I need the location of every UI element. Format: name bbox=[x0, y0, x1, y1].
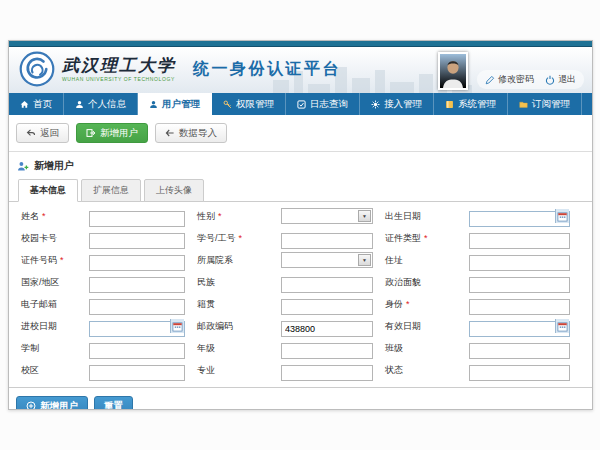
country-region-input[interactable] bbox=[89, 277, 185, 293]
field-education-system bbox=[89, 340, 185, 359]
grade-input[interactable] bbox=[281, 343, 373, 359]
status-input[interactable] bbox=[469, 365, 570, 381]
back-button[interactable]: 返回 bbox=[16, 123, 69, 143]
field-ethnicity bbox=[281, 274, 373, 293]
key-icon bbox=[223, 100, 232, 109]
field-valid-date bbox=[469, 318, 570, 337]
email-input[interactable] bbox=[89, 299, 185, 315]
label-country-region: 国家/地区 bbox=[21, 274, 77, 293]
change-password-button[interactable]: 修改密码 bbox=[485, 73, 534, 86]
change-password-label: 修改密码 bbox=[498, 73, 534, 86]
log-check-icon bbox=[297, 100, 306, 109]
label-class: 班级 bbox=[385, 340, 457, 359]
required-asterisk: * bbox=[239, 233, 243, 243]
label-entry-date: 进校日期 bbox=[21, 318, 77, 337]
label-name: 姓名* bbox=[21, 208, 77, 227]
label-address: 住址 bbox=[385, 252, 457, 271]
plus-circle-icon bbox=[26, 401, 36, 410]
nav-item-label: 日志查询 bbox=[310, 98, 348, 111]
field-birth-date bbox=[469, 208, 570, 227]
home-icon bbox=[20, 100, 29, 109]
header: 武汉理工大学 WUHAN UNIVERSITY OF TECHNOLOGY 统一… bbox=[9, 47, 592, 93]
nav-item-access-mgmt[interactable]: 接入管理 bbox=[360, 93, 434, 115]
add-user-toolbar-button[interactable]: 新增用户 bbox=[76, 123, 148, 143]
label-identity: 身份* bbox=[385, 296, 457, 315]
field-student-worker-id bbox=[281, 230, 373, 249]
field-id-type bbox=[469, 230, 570, 249]
field-campus-card-no bbox=[89, 230, 185, 249]
name-input[interactable] bbox=[89, 211, 185, 227]
field-country-region bbox=[89, 274, 185, 293]
campus-card-no-input[interactable] bbox=[89, 233, 185, 249]
nav-item-home[interactable]: 首页 bbox=[9, 93, 64, 115]
nav-item-permission-mgmt[interactable]: 权限管理 bbox=[212, 93, 286, 115]
content-area: 返回 新增用户 数据导入 新增用户 基本信息扩展信息上传头像 姓名*性别*▼出生… bbox=[9, 115, 592, 410]
nav-item-label: 首页 bbox=[33, 98, 52, 111]
nav-item-label: 订阅管理 bbox=[532, 98, 570, 111]
app-window: 武汉理工大学 WUHAN UNIVERSITY OF TECHNOLOGY 统一… bbox=[8, 40, 593, 410]
required-asterisk: * bbox=[60, 255, 64, 265]
label-campus-card-no: 校园卡号 bbox=[21, 230, 77, 249]
label-id-type: 证件类型* bbox=[385, 230, 457, 249]
label-political-status: 政治面貌 bbox=[385, 274, 457, 293]
label-ethnicity: 民族 bbox=[197, 274, 269, 293]
user-form: 姓名*性别*▼出生日期校园卡号学号/工号*证件类型*证件号码*所属院系▼住址国家… bbox=[21, 208, 570, 381]
student-worker-id-input[interactable] bbox=[281, 233, 373, 249]
nav-item-system-mgmt[interactable]: 系统管理 bbox=[434, 93, 508, 115]
label-grade: 年级 bbox=[197, 340, 269, 359]
logout-button[interactable]: 退出 bbox=[545, 73, 576, 86]
reset-button[interactable]: 重置 bbox=[94, 396, 133, 410]
postal-code-input[interactable] bbox=[281, 321, 373, 337]
university-name-en: WUHAN UNIVERSITY OF TECHNOLOGY bbox=[62, 76, 176, 82]
required-asterisk: * bbox=[218, 211, 222, 221]
calendar-icon[interactable] bbox=[170, 319, 184, 333]
user-avatar bbox=[438, 52, 468, 90]
export-icon bbox=[86, 128, 96, 138]
ethnicity-input[interactable] bbox=[281, 277, 373, 293]
identity-input[interactable] bbox=[469, 299, 570, 315]
nav-item-subscription-mgmt[interactable]: 订阅管理 bbox=[508, 93, 582, 115]
calendar-icon[interactable] bbox=[555, 209, 569, 223]
label-email: 电子邮箱 bbox=[21, 296, 77, 315]
university-name-block: 武汉理工大学 WUHAN UNIVERSITY OF TECHNOLOGY bbox=[62, 57, 176, 82]
field-political-status bbox=[469, 274, 570, 293]
education-system-input[interactable] bbox=[89, 343, 185, 359]
campus-input[interactable] bbox=[89, 365, 185, 381]
tab-basic-info[interactable]: 基本信息 bbox=[18, 179, 78, 202]
class-input[interactable] bbox=[469, 343, 570, 359]
id-number-input[interactable] bbox=[89, 255, 185, 271]
university-logo-icon bbox=[19, 51, 55, 87]
user-icon bbox=[149, 100, 158, 109]
calendar-icon[interactable] bbox=[555, 319, 569, 333]
tab-extended-info[interactable]: 扩展信息 bbox=[81, 179, 141, 202]
form-tabs: 基本信息扩展信息上传头像 bbox=[9, 179, 592, 202]
native-place-input[interactable] bbox=[281, 299, 373, 315]
required-asterisk: * bbox=[406, 299, 410, 309]
field-address bbox=[469, 252, 570, 271]
address-input[interactable] bbox=[469, 255, 570, 271]
back-arrow-icon bbox=[26, 128, 36, 138]
platform-title: 统一身份认证平台 bbox=[193, 59, 341, 80]
data-import-button[interactable]: 数据导入 bbox=[155, 123, 227, 143]
field-id-number bbox=[89, 252, 185, 271]
pencil-icon bbox=[485, 75, 495, 85]
label-postal-code: 邮政编码 bbox=[197, 318, 269, 337]
label-campus: 校区 bbox=[21, 362, 77, 381]
import-arrow-icon bbox=[165, 128, 175, 138]
major-input[interactable] bbox=[281, 365, 373, 381]
field-class bbox=[469, 340, 570, 359]
political-status-input[interactable] bbox=[469, 277, 570, 293]
id-type-input[interactable] bbox=[469, 233, 570, 249]
nav-item-profile[interactable]: 个人信息 bbox=[64, 93, 138, 115]
label-status: 状态 bbox=[385, 362, 457, 381]
tab-upload-avatar[interactable]: 上传头像 bbox=[144, 179, 204, 202]
field-major bbox=[281, 362, 373, 381]
add-user-submit-button[interactable]: 新增用户 bbox=[16, 396, 88, 410]
field-grade bbox=[281, 340, 373, 359]
nav-item-user-mgmt[interactable]: 用户管理 bbox=[138, 93, 212, 115]
field-name bbox=[89, 208, 185, 227]
gender-select[interactable]: ▼ bbox=[281, 208, 373, 224]
department-select[interactable]: ▼ bbox=[281, 252, 373, 268]
nav-item-label: 接入管理 bbox=[384, 98, 422, 111]
nav-item-log-query[interactable]: 日志查询 bbox=[286, 93, 360, 115]
